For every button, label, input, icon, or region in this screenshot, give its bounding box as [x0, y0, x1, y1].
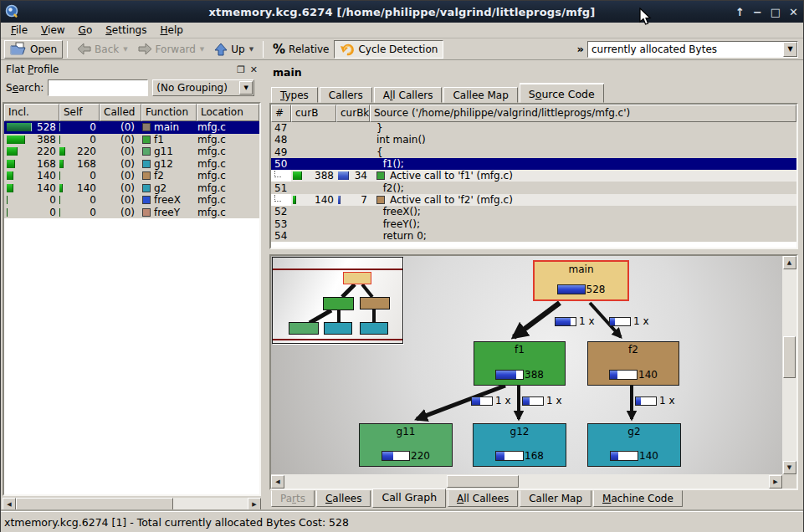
table-row-g12[interactable]: 168 168 (0) g12 mfg.c	[4, 158, 259, 171]
scrollbar-thumb[interactable]	[447, 475, 519, 488]
tab-caller-map[interactable]: Caller Map	[520, 490, 591, 507]
flat-profile-panel: Flat Profile ❐ ✕ Search: (No Grouping) ▼…	[3, 62, 261, 509]
tab-machine-code[interactable]: Machine Code	[593, 490, 683, 507]
table-row-main[interactable]: 528 0 (0) main mfg.c	[4, 121, 259, 134]
source-call-line[interactable]: 140 7 Active call to 'f2' (mfg.c)	[271, 194, 796, 206]
close-button[interactable]: ✕	[789, 7, 798, 18]
minimap-node-g11	[289, 322, 319, 335]
tab-callee-map[interactable]: Callee Map	[443, 87, 517, 103]
forward-dropdown-icon[interactable]: ▼	[200, 46, 204, 53]
graph-node-g2[interactable]: g2 140	[587, 423, 681, 467]
toolbar-overflow-icon[interactable]: »	[574, 43, 587, 55]
graph-vscrollbar[interactable]: ▲ ▼	[782, 256, 796, 474]
scroll-right-icon[interactable]: ▶	[769, 475, 782, 489]
scrollbar-thumb[interactable]	[16, 498, 173, 511]
mouse-cursor	[639, 8, 653, 26]
tab-callees[interactable]: Callees	[316, 490, 371, 507]
function-icon	[376, 171, 385, 180]
graph-node-g12[interactable]: g12 168	[473, 423, 566, 467]
column-header-curBk[interactable]: curBk	[336, 105, 370, 122]
scroll-up-icon[interactable]: ▲	[783, 256, 796, 269]
up-dropdown-icon[interactable]: ▼	[249, 46, 253, 53]
table-row-freeY[interactable]: 0 0 (0) freeY mfg.c	[4, 207, 259, 219]
shade-button[interactable]: ↑	[735, 7, 745, 18]
graph-node-f1[interactable]: f1 388	[474, 341, 566, 386]
menu-file[interactable]: File	[4, 23, 34, 38]
menu-view[interactable]: View	[34, 23, 71, 38]
column-header-curB[interactable]: curB	[291, 105, 336, 122]
column-header-function[interactable]: Function	[141, 104, 197, 121]
back-button[interactable]: Back ▼	[72, 40, 133, 59]
tab-all-callers[interactable]: All Callers	[374, 87, 443, 103]
column-header-incl[interactable]: Incl.	[4, 104, 59, 121]
edge-label-f1-g11: 1 x	[471, 395, 511, 407]
column-header-self[interactable]: Self	[59, 104, 100, 121]
call-tree-icon	[274, 171, 281, 177]
relative-toggle-button[interactable]: % Relative	[268, 40, 334, 59]
tab-all-callees[interactable]: All Callees	[448, 490, 518, 507]
menu-go[interactable]: Go	[72, 23, 100, 38]
function-icon	[142, 123, 151, 131]
function-icon	[142, 160, 151, 168]
menubar: File View Go Settings Help	[1, 23, 803, 38]
event-type-select[interactable]: currently allocated Bytes ▼	[587, 41, 798, 58]
forward-icon	[138, 43, 152, 55]
chevron-down-icon[interactable]: ▼	[239, 81, 253, 95]
menu-settings[interactable]: Settings	[99, 23, 153, 38]
graph-node-g11[interactable]: g11 220	[359, 423, 453, 467]
graph-hscrollbar[interactable]: ◀ ▶	[271, 474, 782, 489]
column-header-linenum[interactable]: #	[271, 105, 291, 122]
source-line[interactable]: 54 return 0;	[271, 230, 796, 242]
graph-node-f2[interactable]: f2 140	[587, 341, 679, 386]
flat-profile-hscrollbar[interactable]: ◀ ▶	[3, 498, 261, 511]
source-line[interactable]: 51 f2();	[271, 182, 796, 193]
tab-call-graph[interactable]: Call Graph	[372, 489, 446, 508]
cost-bar	[382, 451, 410, 461]
up-button[interactable]: Up ▼	[209, 40, 259, 59]
graph-overview-minimap[interactable]	[272, 257, 403, 344]
source-call-line[interactable]: 388 34 Active call to 'f1' (mfg.c)	[271, 170, 796, 182]
tab-callers[interactable]: Callers	[320, 87, 372, 103]
tab-types[interactable]: Types	[271, 87, 318, 103]
scroll-left-icon[interactable]: ◀	[271, 475, 284, 489]
current-function-title: main	[273, 66, 302, 79]
source-header: # curB curBk Source ('/home/philippe/val…	[271, 105, 796, 122]
close-panel-icon[interactable]: ✕	[250, 65, 258, 74]
scrollbar-thumb[interactable]	[783, 336, 796, 378]
cycle-detection-toggle-button[interactable]: Cycle Detection	[334, 40, 443, 59]
minimap-node-f2	[360, 297, 390, 309]
graph-node-main[interactable]: main 528	[533, 260, 629, 301]
maximize-button[interactable]: □	[771, 7, 781, 18]
source-line[interactable]: 48int main()	[271, 134, 796, 146]
column-header-location[interactable]: Location	[197, 104, 259, 121]
table-row-freeX[interactable]: 0 0 (0) freeX mfg.c	[4, 194, 259, 207]
source-line[interactable]: 49{	[271, 146, 796, 158]
table-row-f2[interactable]: 140 0 (0) f2 mfg.c	[4, 170, 259, 182]
source-line[interactable]: 53 freeY();	[271, 217, 796, 229]
tab-source-code[interactable]: Source Code	[520, 84, 604, 103]
search-input[interactable]	[48, 79, 148, 96]
vertical-splitter[interactable]	[261, 62, 269, 509]
back-dropdown-icon[interactable]: ▼	[123, 46, 127, 53]
source-line[interactable]: 52 freeX();	[271, 206, 796, 217]
column-header-source[interactable]: Source ('/home/philippe/valgrind/littlep…	[370, 105, 796, 122]
call-graph-canvas[interactable]: main 528 f1 388 f2 140 g11 220 g12 168	[271, 256, 782, 474]
scroll-down-icon[interactable]: ▼	[783, 461, 796, 474]
source-line-selected[interactable]: 50 f1();	[271, 158, 796, 170]
open-button[interactable]: Open	[4, 40, 63, 59]
minimize-button[interactable]: −	[753, 7, 762, 18]
forward-button[interactable]: Forward ▼	[133, 40, 210, 59]
table-row-g2[interactable]: 140 140 (0) g2 mfg.c	[4, 182, 259, 195]
source-line[interactable]: 47}	[271, 122, 796, 134]
table-row-f1[interactable]: 388 0 (0) f1 mfg.c	[4, 134, 259, 146]
scroll-right-icon[interactable]: ▶	[248, 498, 261, 511]
float-panel-icon[interactable]: ❐	[237, 65, 245, 74]
chevron-down-icon[interactable]: ▼	[783, 42, 797, 57]
menu-help[interactable]: Help	[153, 23, 189, 38]
table-row-g11[interactable]: 220 220 (0) g11 mfg.c	[4, 146, 259, 158]
dock-titlebar[interactable]: Flat Profile ❐ ✕	[3, 62, 261, 77]
scroll-left-icon[interactable]: ◀	[3, 498, 16, 511]
titlebar[interactable]: xtmemory.kcg.6274 [/home/philippe/valgri…	[1, 1, 803, 23]
grouping-select[interactable]: (No Grouping) ▼	[152, 79, 254, 96]
column-header-called[interactable]: Called	[100, 104, 141, 121]
